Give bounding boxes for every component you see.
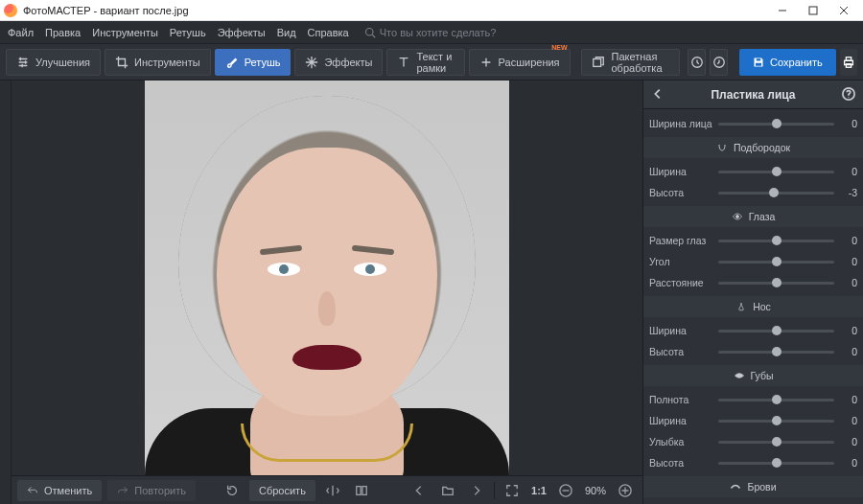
tab-enhance[interactable]: Улучшения [6,49,101,76]
flip-h-icon[interactable] [321,480,344,501]
svg-rect-10 [357,486,361,494]
svg-point-15 [735,216,738,218]
tab-retouch[interactable]: Ретушь [215,49,292,76]
menu-edit[interactable]: Правка [45,27,81,38]
section-head-lips: Губы [643,365,863,386]
slider-Полнота: Полнота0 [649,389,857,410]
slider-value: 0 [840,325,857,336]
sparkle-icon [305,56,318,69]
zoom-ratio[interactable]: 1:1 [529,485,548,496]
close-button[interactable] [828,0,859,20]
slider-value: 0 [840,166,857,177]
main-area: Отменить Повторить Сбросить 1:1 90% Плас… [0,80,863,504]
slider-value: 0 [840,256,857,267]
canvas-view[interactable] [12,80,642,475]
slider-track[interactable] [718,192,834,195]
menu-bar: Файл Правка Инструменты Ретушь Эффекты В… [0,21,863,44]
slider-label: Высота [649,457,712,469]
plus-icon [479,56,493,69]
search-box[interactable]: Что вы хотите сделать? [364,27,497,38]
tab-tools[interactable]: Инструменты [105,49,211,76]
slider-label: Полнота [649,394,712,405]
canvas-area: Отменить Повторить Сбросить 1:1 90% [12,80,642,504]
zoom-out-icon[interactable] [554,480,577,501]
maximize-button[interactable] [798,0,828,20]
menu-retouch[interactable]: Ретушь [170,27,206,38]
panel-body[interactable]: Ширина лица0ПодбородокШирина0Высота-3Гла… [643,109,863,504]
slider-track[interactable] [718,351,834,354]
slider-Высота: Высота0 [649,341,857,362]
slider-value: 0 [840,235,857,246]
slider-value: 0 [840,415,857,426]
slider-label: Ширина лица [649,118,712,129]
reset-icon-button[interactable] [221,480,244,501]
tab-effects[interactable]: Эффекты [294,49,383,76]
save-button[interactable]: Сохранить [739,49,836,76]
minimize-button[interactable] [767,0,798,20]
panel-back-button[interactable] [651,87,665,103]
crop-icon [115,56,128,69]
panel-title: Пластика лица [711,88,795,102]
slider-Улыбка: Улыбка0 [649,431,857,452]
section-head-eye: Глаза [643,206,863,227]
slider-track[interactable] [718,399,834,401]
slider-value: 0 [840,457,857,469]
svg-point-1 [365,28,373,35]
print-button[interactable] [840,49,857,76]
folder-icon[interactable] [436,480,459,501]
svg-rect-8 [846,57,851,60]
new-badge: NEW [551,44,567,51]
slider-track[interactable] [718,420,834,423]
svg-rect-5 [756,62,761,65]
slider-track[interactable] [718,441,834,444]
undo-icon [27,485,38,496]
svg-rect-2 [594,58,601,66]
slider-track[interactable] [718,282,834,285]
nav-prev-icon[interactable] [408,480,431,501]
redo-icon [117,485,128,496]
tab-extensions[interactable]: РасширенияNEW [469,49,571,76]
menu-view[interactable]: Вид [277,27,296,38]
slider-label: Высота [649,346,712,357]
redo-button[interactable]: Повторить [107,480,196,501]
text-icon [397,56,410,69]
slider-Ширина лица: Ширина лица0 [649,113,857,134]
zoom-in-icon[interactable] [614,480,637,501]
menu-help[interactable]: Справка [308,27,349,38]
batch-button[interactable]: Пакетная обработка [581,49,680,76]
slider-track[interactable] [718,261,834,263]
menu-effects[interactable]: Эффекты [218,27,266,38]
reset-button[interactable]: Сбросить [249,480,315,501]
svg-rect-9 [846,63,851,67]
history-left-button[interactable] [688,49,706,76]
search-icon [364,27,376,38]
fit-icon[interactable] [501,480,524,501]
panel-help-button[interactable] [842,87,855,103]
slider-track[interactable] [718,123,834,126]
compare-icon[interactable] [350,480,373,501]
slider-track[interactable] [718,462,834,465]
slider-track[interactable] [718,240,834,242]
slider-label: Расстояние [649,277,712,288]
slider-Толщина: Толщина0 [649,500,857,504]
history-right-button[interactable] [710,49,728,76]
slider-label: Улыбка [649,436,712,447]
panel-header: Пластика лица [643,80,863,109]
slider-Ширина: Ширина0 [649,410,857,431]
slider-Угол: Угол0 [649,251,857,272]
slider-Размер глаз: Размер глаз0 [649,230,857,251]
section-head-chin: Подбородок [643,137,863,158]
title-bar: ФотоМАСТЕР - вариант после.jpg [0,0,863,21]
slider-Высота: Высота-3 [649,182,857,203]
nav-next-icon[interactable] [465,480,488,501]
stack-icon [592,56,605,69]
zoom-value: 90% [583,485,608,496]
slider-track[interactable] [718,330,834,332]
menu-file[interactable]: Файл [8,27,34,38]
tab-text[interactable]: Текст и рамки [386,49,464,76]
left-edge[interactable] [0,80,12,504]
undo-button[interactable]: Отменить [17,480,102,501]
right-panel: Пластика лица Ширина лица0ПодбородокШири… [642,80,863,504]
slider-track[interactable] [718,171,834,173]
menu-tools[interactable]: Инструменты [92,27,158,38]
